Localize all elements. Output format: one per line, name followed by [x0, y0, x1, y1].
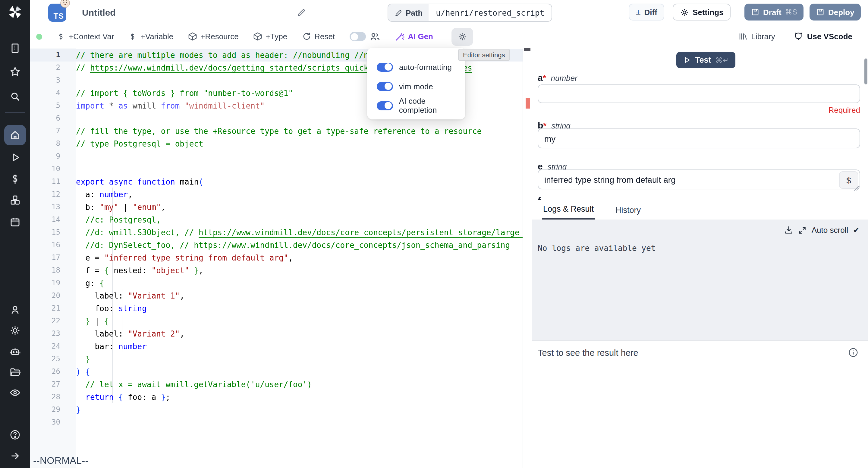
editor-settings-tooltip: Editor settings: [458, 49, 510, 61]
library-button[interactable]: Library: [738, 32, 775, 41]
code-line[interactable]: 27 // let x = await wmill.getVariable('u…: [30, 378, 523, 391]
workers-robot-icon[interactable]: [8, 344, 22, 359]
code-line[interactable]: 19 g: {: [30, 277, 523, 290]
collapse-arrow-icon[interactable]: [8, 449, 22, 463]
path-label-section: Path: [388, 4, 429, 21]
left-sidebar: [0, 0, 30, 468]
users-person-icon[interactable]: [8, 303, 22, 317]
code-line[interactable]: 9: [30, 150, 523, 163]
package-icon: [253, 32, 262, 41]
code-line[interactable]: 28 return { foo: a };: [30, 391, 523, 404]
code-line[interactable]: 30: [30, 416, 523, 429]
settings-button[interactable]: Settings: [673, 4, 731, 21]
code-line[interactable]: 8// type Postgresql = object: [30, 138, 523, 150]
code-line[interactable]: 26) {: [30, 365, 523, 378]
code-line[interactable]: 16 //d: DynSelect_foo, // https://www.wi…: [30, 239, 523, 252]
add-type-label: +Type: [266, 32, 287, 41]
tab-logs-result[interactable]: Logs & Result: [542, 200, 595, 220]
toggle-row-vim-mode: vim mode: [367, 77, 465, 96]
help-icon[interactable]: [8, 428, 22, 442]
tab-history[interactable]: History: [615, 200, 641, 220]
add-resource-button[interactable]: +Resource: [188, 32, 239, 41]
reset-button[interactable]: Reset: [302, 32, 335, 41]
workspace-building-icon[interactable]: [8, 41, 22, 56]
ai-gen-button[interactable]: AI Gen: [395, 32, 433, 41]
editor-scrollbar-thumb[interactable]: [524, 48, 530, 51]
code-line[interactable]: 20 label: "Variant 1",: [30, 290, 523, 302]
page-title: Untitled: [82, 7, 116, 18]
auto-formatting-toggle[interactable]: [377, 62, 393, 71]
code-line[interactable]: 12 a: number,: [30, 188, 523, 201]
editor-settings-popover: auto-formatting vim mode AI code complet…: [367, 48, 465, 119]
status-dot: [36, 33, 42, 39]
add-type-button[interactable]: +Type: [253, 32, 287, 41]
avatar-badge: [60, 0, 70, 8]
code-line[interactable]: 22 } | {: [30, 315, 523, 327]
edit-title-pencil-icon[interactable]: [297, 8, 306, 17]
use-vscode-label: Use VScode: [807, 32, 852, 41]
field-a-label: a* number: [538, 72, 578, 83]
code-line[interactable]: 29}: [30, 404, 523, 416]
code-line[interactable]: 13 b: "my" | "enum",: [30, 201, 523, 213]
field-e-input[interactable]: [538, 170, 860, 189]
package-icon: [188, 32, 197, 41]
editor-settings-button[interactable]: [451, 27, 473, 46]
code-line[interactable]: 17 e = "inferred type string from defaul…: [30, 252, 523, 264]
editor-overview-ruler: [523, 48, 523, 468]
check-icon[interactable]: ✔: [853, 226, 860, 235]
test-panel: Test ⌘↵ a* number Required b* string e s…: [532, 48, 868, 468]
form-scrollbar-thumb[interactable]: [864, 59, 867, 84]
favorites-star-icon[interactable]: [8, 64, 22, 79]
schedules-calendar-icon[interactable]: [8, 215, 22, 229]
collab-toggle[interactable]: [349, 32, 366, 41]
expand-icon[interactable]: [798, 226, 807, 234]
cat-icon: [793, 31, 804, 41]
variables-dollar-icon[interactable]: [8, 172, 22, 186]
code-line[interactable]: 7// fill the type, or use the +Resource …: [30, 125, 523, 138]
code-line[interactable]: 10: [30, 163, 523, 175]
code-line[interactable]: 11export async function main(: [30, 175, 523, 188]
auto-scroll-label[interactable]: Auto scroll: [812, 226, 848, 235]
add-context-var-button[interactable]: +Context Var: [57, 32, 114, 41]
code-line[interactable]: 21 foo: string: [30, 302, 523, 315]
code-line[interactable]: 24 bar: number: [30, 340, 523, 353]
path-button[interactable]: Path u/henri/restored_script: [388, 4, 552, 22]
auto-formatting-label: auto-formatting: [399, 62, 452, 71]
home-icon[interactable]: [8, 128, 22, 142]
people-icon: [369, 31, 380, 42]
result-area: Test to see the result here: [532, 340, 868, 468]
diff-button[interactable]: ± Diff: [629, 4, 664, 21]
save-floppy-icon: [751, 8, 760, 16]
ai-code-completion-toggle[interactable]: [377, 101, 393, 110]
code-line[interactable]: 15 //d: wmill.S3Object, // https://www.w…: [30, 226, 523, 239]
save-floppy-icon: [816, 8, 825, 16]
test-button[interactable]: Test ⌘↵: [676, 52, 735, 68]
add-variable-button[interactable]: +Variable: [129, 32, 174, 41]
deploy-button[interactable]: Deploy: [809, 4, 861, 21]
code-line[interactable]: 18 f = { nested: "object" },: [30, 264, 523, 277]
logs-area: Auto scroll ✔ No logs are available yet: [532, 220, 868, 340]
use-vscode-button[interactable]: Use VScode: [793, 31, 852, 41]
audit-eye-icon[interactable]: [8, 385, 22, 400]
code-line[interactable]: 23 label: "Variant 2",: [30, 327, 523, 340]
field-b-input[interactable]: [538, 128, 860, 148]
field-a-required-message: Required: [828, 106, 860, 115]
settings-gear-icon[interactable]: [8, 323, 22, 338]
gear-icon: [457, 32, 467, 41]
textarea-resize-handle[interactable]: [854, 186, 859, 191]
logs-tabs: Logs & Result History: [532, 200, 868, 220]
info-icon[interactable]: [848, 347, 858, 358]
search-icon[interactable]: [8, 89, 22, 104]
vim-mode-toggle[interactable]: [377, 82, 393, 91]
code-line[interactable]: 25 }: [30, 353, 523, 365]
error-marker: [526, 98, 530, 109]
windmill-logo[interactable]: [7, 4, 23, 20]
download-icon[interactable]: [784, 226, 794, 235]
field-a-input[interactable]: [538, 84, 860, 103]
resources-cubes-icon[interactable]: [8, 193, 22, 207]
code-line[interactable]: 14 //c: Postgresql,: [30, 213, 523, 226]
windmill-app: TS Untitled Path u/henri/restored_script…: [0, 0, 868, 468]
folders-icon[interactable]: [8, 365, 22, 379]
draft-button[interactable]: Draft ⌘S: [744, 4, 804, 21]
runs-play-icon[interactable]: [8, 150, 22, 165]
